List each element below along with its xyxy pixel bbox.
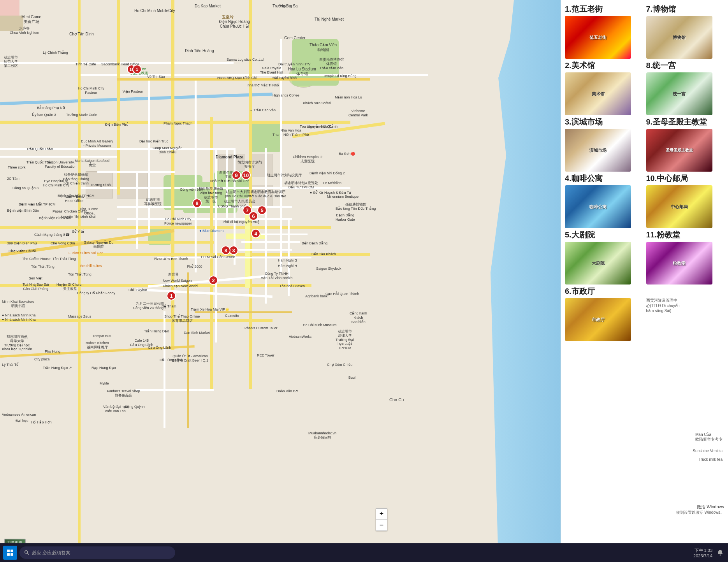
label-vietnamese-american: Vietnamese American	[2, 413, 36, 417]
label-dan-sinh-market: Dan Sinh Market	[184, 331, 210, 335]
label-muabannhadat: Muabannhadat.vn应必须回答	[308, 431, 336, 440]
label-tay-sai-gon: 西贡动物博物馆体育馆Thảo cầm viên	[319, 58, 344, 70]
marker-8-palace[interactable]: 8	[192, 198, 202, 208]
svg-point-6	[720, 555, 721, 556]
marker-10[interactable]: 10	[241, 170, 251, 180]
label-papas-chicken: Papas' Chicken CMT8	[53, 209, 87, 214]
label-mobilecity: Ho Chi Minh MobileCity	[134, 9, 175, 13]
kenh-nhieu-loc	[0, 93, 273, 105]
label-millennium-boutique: Millennium Boutique	[327, 195, 359, 199]
label-tram-xe-hoa-mai: Trạm Xe Hoa Mai VIP🌟	[191, 307, 229, 312]
label-ben-bach-dang: Bến Bạch Đằng	[302, 241, 327, 246]
marker-9[interactable]: 9	[232, 170, 241, 180]
road-ngo-duc-ke	[230, 249, 292, 251]
label-mimi-game: Mimi Game美食广场	[21, 15, 41, 24]
attraction-1: 1.范五老街 范五老街	[565, 4, 643, 59]
attraction-6-image: 市政厅	[565, 298, 631, 341]
taskbar-notification[interactable]	[716, 548, 725, 557]
label-dai-truyen-hinh2: Đài truyền hình HTV	[278, 62, 311, 67]
label-ben-tau-khach: Bến Tàu Khách	[311, 252, 336, 256]
marker-4[interactable]: 4	[251, 229, 260, 238]
label-trung-luong: Trần Hưng Đạo	[144, 329, 169, 334]
road-tran-hung-dao-v	[187, 272, 189, 428]
label-ham-nghi-h: Hàm Nghi H	[278, 264, 297, 268]
attraction-5: 5.大剧院 大剧院	[565, 230, 643, 285]
marker-3b-extra[interactable]: 8	[221, 246, 230, 255]
label-benh-vien-nhi-dong: Bệnh viện Nhi Đồng 2	[309, 171, 345, 176]
label-tay-ninh: 胡志明市耳鼻喉医院	[144, 198, 162, 206]
label-cong-an-quan3: Công an Quận 3	[12, 186, 39, 190]
label-dien-bien-phu-label: Điện Biên Phủ	[105, 123, 128, 127]
saigon-river	[491, 0, 561, 562]
road-vo-thi-sau	[148, 78, 150, 234]
attractions-panel: 1.范五老街 范五老街 7.博物馆 博物馆 2.美术馆 美术馆	[561, 0, 728, 562]
label-chill-skybar: Chill Skybar	[128, 288, 147, 292]
label-dien-ngoc-hoang: Điện Ngọc HoàngChùa Phước Hải	[219, 19, 250, 29]
attraction-4-image: 咖啡公寓	[565, 185, 631, 228]
label-cong-quynh: Cộng Quỳnh	[125, 405, 145, 409]
label-fanfans-travel: Fanfan's Travel Shop野餐用品店	[107, 389, 140, 398]
label-vienpasteur: Viện Pasteur	[123, 90, 143, 94]
label-benh-vien-mat-tphcm: Bệnh viện Mắt TPHCM	[19, 202, 56, 207]
block-dist3-1	[117, 171, 148, 198]
label-truck-milk-tea: Truck milk tea	[698, 457, 723, 462]
label-cau-ong-lanh-bridge: Cầu Ông Lãnh	[160, 358, 183, 362]
label-tran-quoc-thao: Trần Quốc Thảo	[26, 147, 53, 151]
label-cafe145: Cafe 145Cầu Ông Lãnh	[130, 339, 153, 347]
label-hochiminhcity-pasteur: Ho Chi Minh CityPasteur	[78, 86, 104, 95]
label-duc-minh-art: Duc Minh Art Gallery- Private Museum	[81, 139, 113, 148]
zoom-in-button[interactable]: +	[376, 509, 387, 520]
label-ham-nghi-g: Hàm Nghi G	[278, 258, 297, 263]
label-vo-thi-sau-label: Võ Thị Sáu	[147, 75, 165, 79]
label-eye-hospital: Eye Hospital ofHo Chi Minh City	[43, 179, 69, 188]
extra-label-area: 西贡河隧道管理中心(TTLĐ Di chuyểnhầm sông Sài)	[646, 286, 724, 341]
marker-10-double-2[interactable]: 1	[132, 65, 142, 74]
label-pho-2000: Phở 2000	[187, 265, 202, 269]
attraction-1-image: 范五老街	[565, 16, 631, 59]
label-cho-tan-dinh: Chợ Tân Định	[69, 32, 94, 37]
label-le-meridien: Le Méridien	[323, 181, 341, 185]
label-minh-khai-bookstore: Minh Khai Bookstore明街书店	[2, 300, 34, 308]
label-399-dbp: 399 Điện Biên Phủ	[7, 241, 37, 246]
label-khach-san-new-world: Khách sạn New World	[163, 284, 198, 288]
attraction-7-title: 7.博物馆	[646, 4, 724, 14]
attraction-10: 10.中心邮局 中心邮局	[646, 173, 724, 228]
label-toa-nha-bao: Toà Nhà Báo SàiGòn Giải Phóng	[23, 283, 49, 291]
label-pizza-4p: Pizza 4P's Ben Thanh	[154, 257, 188, 261]
extra-label-cang-hanh: 西贡河隧道管理中心(TTLĐ Di chuyểnhầm sông Sài)	[646, 298, 724, 313]
taskbar-time: 下午 1:03 2023/7/14	[693, 548, 712, 558]
label-phans-custom: Phan's Custom Tailor	[244, 326, 278, 330]
marker-2[interactable]: 2	[209, 276, 218, 285]
attraction-2-image: 美术馆	[565, 72, 631, 115]
label-buon: Buul	[348, 376, 355, 380]
label-coffee-house: The Coffee House	[22, 257, 51, 261]
svg-line-5	[27, 553, 29, 555]
search-bar[interactable]: 必应 必应必须答案	[19, 546, 175, 559]
label-sunshine-venicia: Sunshine Venicia	[693, 449, 723, 453]
label-rap-hung-dao: Rạp Hưng Đạo	[91, 366, 116, 370]
attraction-11: 11.粉教堂 粉教堂	[646, 230, 724, 285]
marker-7[interactable]: 7	[243, 205, 252, 215]
label-dai-hoc-kien-truc: Đại học Kiến Trúc	[139, 139, 168, 144]
marker-1[interactable]: 1	[167, 291, 176, 300]
label-gem-center: Gem Center	[284, 36, 305, 40]
label-hana-bbq: Hana BBQ Mạc Đĩnh Chi	[217, 76, 257, 80]
label-nha-sach-minh-khai: ● Nhà sách Minh Khai● Nhà sách Minh Khai	[2, 313, 36, 322]
start-button[interactable]	[3, 546, 17, 560]
label-ton-that-tung2: Tôn Thất Tùng	[31, 265, 55, 269]
label-blue-diamond: ● Blue Diamond	[199, 229, 224, 233]
attraction-6: 6.市政厅 市政厅	[565, 286, 643, 341]
attraction-9-title: 9.圣母圣殿主教堂	[646, 117, 724, 127]
marker-5[interactable]: 5	[257, 205, 267, 215]
road-nam-ky-khoi-nghia	[210, 117, 213, 389]
label-calmette: Calmette	[225, 314, 239, 318]
svg-rect-3	[11, 553, 13, 556]
zoom-out-button[interactable]: −	[376, 520, 387, 530]
label-vietnamworks: VietnamWorks	[289, 335, 311, 339]
label-yu-huang: 玉皇岭	[222, 15, 234, 19]
label-sen-viet: Sen Việt	[29, 276, 42, 281]
attraction-2-title: 2.美术馆	[565, 60, 643, 71]
label-saigon-seafood: Maria Saigon Seafood食堂	[75, 159, 109, 167]
label-dai-hoc: Đại học	[16, 419, 28, 423]
label-tran-quoc-thao-upper: Trần Quốc Thảo	[26, 160, 53, 165]
